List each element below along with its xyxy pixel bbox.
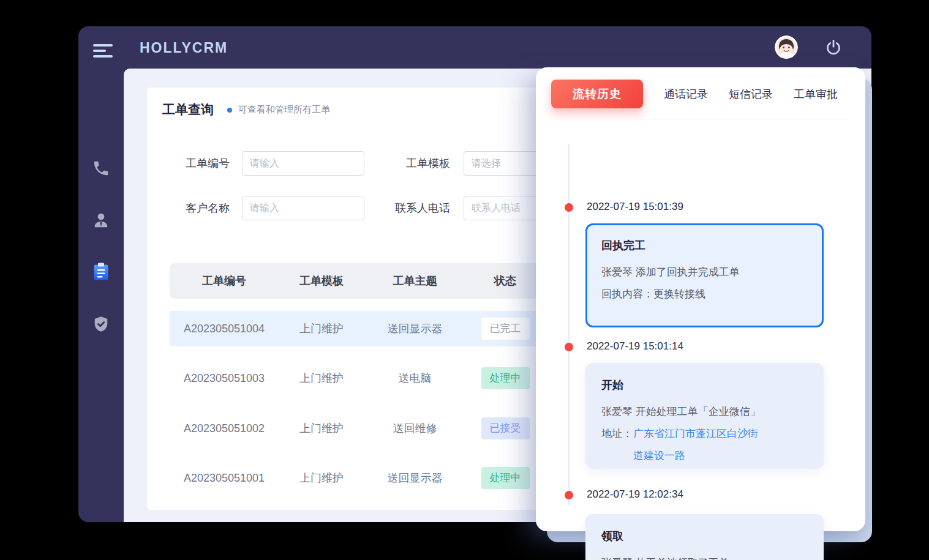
card-title-row: 工单查询 可查看和管理所有工单 — [162, 101, 330, 118]
tab-sms-records[interactable]: 短信记录 — [729, 87, 773, 102]
cell-order-id: A202305051004 — [170, 323, 279, 335]
address-link[interactable]: 广东省江门市蓬江区白沙街道建设一路 — [633, 423, 763, 467]
cell-order-id: A202305051003 — [170, 372, 279, 385]
col-template: 工单模板 — [279, 274, 364, 288]
filter-label-order-id: 工单编号 — [173, 151, 230, 176]
timeline-card-title: 领取 — [601, 529, 808, 543]
timeline-dot-icon — [565, 343, 573, 351]
tab-call-records[interactable]: 通话记录 — [664, 87, 708, 102]
detail-panel: 流转历史 通话记录 短信记录 工单审批 2022-07-19 15:01:39 … — [536, 67, 865, 531]
timeline-address-row: 地址： 广东省江门市蓬江区白沙街道建设一路 — [601, 423, 808, 467]
subtitle-dot-icon — [227, 108, 232, 113]
timeline-card-line: 张爱琴 从工单池领取了工单 — [601, 552, 808, 560]
cell-template: 上门维护 — [279, 471, 364, 485]
app-logo: HOLLYCRM — [140, 40, 228, 56]
security-icon[interactable] — [92, 315, 110, 335]
filter-label-template: 工单模板 — [383, 151, 450, 176]
filter-label-customer: 客户名称 — [173, 196, 230, 220]
timeline-card-claim[interactable]: 领取 张爱琴 从工单池领取了工单 — [585, 514, 824, 560]
col-subject: 工单主题 — [364, 274, 465, 288]
panel-tabs: 流转历史 通话记录 短信记录 工单审批 — [551, 80, 838, 108]
phone-icon[interactable] — [92, 159, 110, 179]
tab-order-approval[interactable]: 工单审批 — [794, 87, 838, 102]
cell-subject: 送回显示器 — [364, 471, 465, 485]
timeline-dot-icon — [565, 203, 573, 212]
timeline-card-line: 张爱琴 开始处理工单「企业微信」 — [601, 401, 808, 423]
cell-subject: 送回显示器 — [364, 321, 465, 336]
cell-order-id: A202305051001 — [170, 472, 279, 485]
col-order-id: 工单编号 — [170, 274, 279, 288]
order-id-input[interactable] — [242, 151, 364, 176]
cell-template: 上门维护 — [279, 421, 364, 436]
timeline-time: 2022-07-19 12:02:34 — [587, 488, 683, 501]
avatar[interactable] — [775, 35, 798, 59]
timeline-card-title: 开始 — [601, 378, 808, 392]
status-badge: 处理中 — [481, 367, 530, 389]
stage: HOLLYCRM — [0, 0, 929, 560]
timeline-card-start[interactable]: 开始 张爱琴 开始处理工单「企业微信」 地址： 广东省江门市蓬江区白沙街道建设一… — [585, 363, 824, 469]
filter-label-phone: 联系人电话 — [383, 196, 450, 220]
sidebar — [78, 69, 124, 522]
timeline-card-line: 张爱琴 添加了回执并完成工单 — [601, 261, 808, 283]
timeline-time: 2022-07-19 15:01:39 — [587, 201, 683, 213]
status-badge: 已完工 — [481, 318, 530, 340]
contacts-icon[interactable] — [92, 211, 110, 231]
customer-name-input[interactable] — [242, 196, 364, 220]
tab-flow-history[interactable]: 流转历史 — [551, 80, 643, 108]
tab-divider — [554, 119, 848, 119]
cell-subject: 送回维修 — [364, 421, 465, 436]
col-status: 状态 — [465, 274, 545, 288]
cell-order-id: A202305051002 — [170, 422, 279, 435]
cell-template: 上门维护 — [279, 321, 364, 336]
timeline-card-line: 回执内容：更换转接线 — [601, 283, 808, 305]
flow-history-timeline: 2022-07-19 15:01:39 回执完工 张爱琴 添加了回执并完成工单 … — [536, 135, 865, 531]
work-orders-icon[interactable] — [92, 262, 110, 282]
timeline-card-title: 回执完工 — [601, 238, 808, 253]
page-subtitle: 可查看和管理所有工单 — [238, 104, 330, 116]
app-header: HOLLYCRM — [78, 26, 871, 69]
cell-template: 上门维护 — [279, 371, 364, 386]
timeline-time: 2022-07-19 15:01:14 — [587, 340, 683, 353]
timeline-card-completed[interactable]: 回执完工 张爱琴 添加了回执并完成工单 回执内容：更换转接线 — [585, 223, 824, 327]
power-icon[interactable] — [824, 39, 843, 57]
status-badge: 已接受 — [481, 417, 530, 439]
page-title: 工单查询 — [162, 101, 214, 118]
status-badge: 处理中 — [481, 467, 530, 489]
menu-icon[interactable] — [93, 44, 113, 59]
cell-subject: 送电脑 — [364, 371, 465, 386]
address-label: 地址： — [601, 423, 633, 467]
timeline-line — [568, 144, 570, 505]
timeline-dot-icon — [565, 491, 573, 499]
